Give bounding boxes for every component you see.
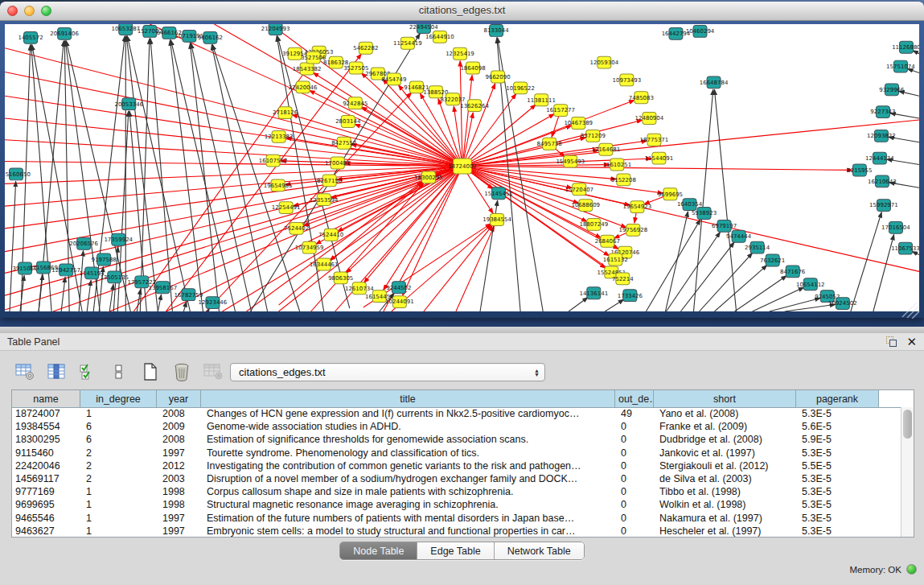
network-node[interactable]: 9242845 bbox=[343, 97, 368, 109]
network-edge[interactable] bbox=[5, 167, 462, 252]
column-header-year[interactable]: year bbox=[157, 390, 201, 407]
network-node[interactable]: 16210643 bbox=[868, 175, 897, 187]
network-edge[interactable] bbox=[150, 39, 172, 311]
network-node[interactable]: 9197588 bbox=[92, 253, 117, 266]
network-node[interactable]: 15145451 bbox=[484, 187, 513, 200]
network-node[interactable]: 22420046 bbox=[289, 81, 318, 93]
network-node[interactable]: 9227343 bbox=[870, 106, 895, 118]
network-node[interactable]: 8267150 bbox=[317, 175, 342, 187]
network-edge[interactable] bbox=[735, 276, 787, 311]
delete-columns-button[interactable] bbox=[171, 361, 192, 382]
network-node[interactable]: 12480904 bbox=[635, 113, 664, 125]
tab-edge-table[interactable]: Edge Table bbox=[417, 542, 494, 559]
network-edge[interactable] bbox=[5, 167, 462, 229]
table-options-button[interactable] bbox=[14, 361, 35, 382]
network-edge[interactable] bbox=[127, 36, 190, 311]
window-resize-grip[interactable] bbox=[901, 301, 920, 319]
network-canvas[interactable]: 1405572206914061065328715270026466162107… bbox=[5, 24, 919, 311]
network-node[interactable]: 10734959 bbox=[295, 241, 324, 253]
float-panel-button[interactable] bbox=[886, 336, 897, 347]
network-edge[interactable] bbox=[109, 284, 113, 311]
table-row[interactable]: 946554611997Estimation of the future num… bbox=[12, 512, 901, 525]
network-edge[interactable] bbox=[715, 265, 767, 311]
scrollbar-thumb[interactable] bbox=[903, 410, 912, 439]
table-row[interactable]: 1938455462009Genome-wide association stu… bbox=[12, 420, 901, 433]
network-node[interactable]: 11544091 bbox=[645, 152, 674, 164]
network-node[interactable]: 12353594 bbox=[310, 194, 339, 206]
network-edge[interactable] bbox=[277, 36, 324, 311]
network-node[interactable]: 16157277 bbox=[546, 105, 575, 117]
column-header-title[interactable]: title bbox=[201, 390, 615, 407]
network-node[interactable]: 12610734 bbox=[345, 282, 374, 295]
table-row[interactable]: 1456911722003Disruption of a novel membe… bbox=[12, 472, 901, 485]
network-node[interactable]: 8133044 bbox=[483, 24, 509, 36]
network-edge[interactable] bbox=[462, 84, 495, 167]
network-node[interactable]: 12254491 bbox=[272, 202, 301, 214]
network-node[interactable]: 11381111 bbox=[527, 94, 556, 106]
network-edge[interactable] bbox=[5, 167, 462, 184]
network-node[interactable]: 14136141 bbox=[579, 287, 608, 299]
table-row[interactable]: 911546021997Tourette syndrome. Phenomeno… bbox=[12, 447, 901, 459]
network-edge[interactable] bbox=[605, 299, 623, 311]
network-graph[interactable]: 1405572206914061065328715270026466162107… bbox=[5, 24, 919, 311]
network-edge[interactable] bbox=[140, 39, 150, 311]
table-row[interactable]: 1872400712008Changes of HCN gene express… bbox=[12, 407, 901, 420]
network-node[interactable]: 20206576 bbox=[69, 237, 98, 249]
network-edge[interactable] bbox=[158, 295, 161, 311]
network-node[interactable]: 10973493 bbox=[613, 74, 642, 86]
column-header-in_degree[interactable]: in_degree bbox=[80, 390, 157, 407]
delete-table-button[interactable] bbox=[203, 361, 224, 382]
select-columns-button[interactable] bbox=[77, 361, 98, 382]
memory-status-indicator[interactable] bbox=[906, 564, 917, 575]
network-node[interactable]: 8215955 bbox=[847, 164, 872, 176]
network-node[interactable]: 9329966 bbox=[879, 84, 904, 96]
network-node[interactable]: 25160650 bbox=[5, 168, 31, 180]
network-node[interactable]: 1733426 bbox=[618, 290, 643, 302]
network-node[interactable]: 17016504 bbox=[881, 221, 910, 233]
network-edge[interactable] bbox=[462, 167, 852, 171]
row-options-button[interactable] bbox=[109, 361, 129, 382]
table-row[interactable]: 969969511998Structural magnetic resonanc… bbox=[12, 498, 901, 511]
network-edge[interactable] bbox=[191, 43, 251, 311]
network-edge[interactable] bbox=[211, 45, 267, 311]
table-row[interactable]: 2242004622012Investigating the contribut… bbox=[12, 459, 901, 472]
network-edge[interactable] bbox=[646, 220, 700, 311]
window-titlebar[interactable]: citations_edges.txt bbox=[0, 2, 924, 21]
network-edge[interactable] bbox=[462, 167, 579, 204]
panel-splitter[interactable]: ▴ bbox=[0, 327, 924, 333]
column-header-name[interactable]: name bbox=[12, 390, 80, 407]
network-node[interactable]: 21204993 bbox=[261, 24, 290, 35]
network-edge[interactable] bbox=[700, 253, 753, 311]
network-node[interactable]: 9152208 bbox=[611, 174, 636, 186]
create-column-button[interactable] bbox=[140, 361, 161, 382]
network-node[interactable]: 12444134 bbox=[865, 152, 894, 164]
network-node[interactable]: 9699695 bbox=[658, 188, 683, 200]
network-node[interactable]: 19384554 bbox=[483, 214, 511, 226]
network-node[interactable]: 15720407 bbox=[565, 183, 593, 196]
network-node[interactable]: 9244502 bbox=[386, 282, 411, 294]
column-header-out_degree[interactable]: △out_de… bbox=[615, 390, 654, 407]
network-node[interactable]: 12059304 bbox=[589, 56, 618, 68]
network-node[interactable]: 2803144 bbox=[335, 116, 361, 128]
network-node[interactable]: 6979197 bbox=[712, 220, 737, 232]
network-node[interactable]: 10654112 bbox=[796, 278, 825, 290]
network-node[interactable]: 8471676 bbox=[780, 266, 805, 278]
network-node[interactable]: 12213383 bbox=[265, 130, 294, 142]
network-edge[interactable] bbox=[39, 274, 43, 311]
network-node[interactable]: 10688609 bbox=[571, 200, 600, 212]
table-vertical-scrollbar[interactable] bbox=[901, 407, 914, 537]
network-node[interactable]: 12325419 bbox=[446, 47, 474, 60]
tab-node-table[interactable]: Node Table bbox=[340, 542, 417, 559]
network-node[interactable]: 10196522 bbox=[506, 82, 535, 94]
network-node[interactable]: 16344461 bbox=[310, 258, 339, 270]
network-node[interactable]: 10653287 bbox=[111, 24, 140, 35]
network-edge[interactable] bbox=[87, 280, 91, 311]
column-header-pagerank[interactable]: pagerank bbox=[796, 390, 879, 407]
network-node[interactable]: 12093822 bbox=[867, 130, 896, 142]
network-node[interactable]: 2935114 bbox=[745, 241, 770, 253]
table-row[interactable]: 946362711997Embryonic stem cells: a mode… bbox=[12, 525, 901, 537]
network-edge[interactable] bbox=[753, 287, 804, 311]
network-node[interactable]: 11254419 bbox=[393, 37, 422, 49]
network-node[interactable]: 9806305 bbox=[328, 272, 353, 284]
network-node[interactable]: 18543382 bbox=[293, 63, 322, 75]
